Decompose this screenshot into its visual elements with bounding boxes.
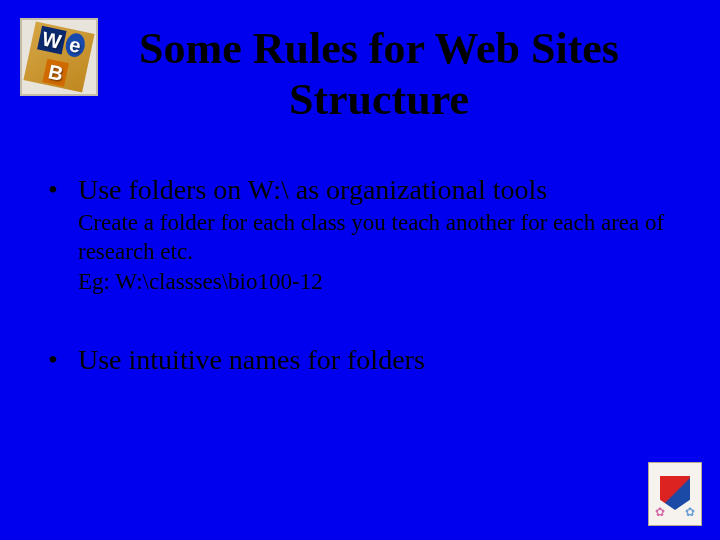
- slide-header: W e B Some Rules for Web Sites Structure: [0, 0, 720, 125]
- bullet-main-text: Use folders on W:\ as organizational too…: [78, 173, 680, 207]
- flower-icon: ✿: [655, 505, 665, 520]
- logo-letter-b: B: [42, 58, 69, 86]
- bullet-main-text: Use intuitive names for folders: [78, 343, 680, 377]
- slide-content: • Use folders on W:\ as organizational t…: [0, 125, 720, 376]
- bullet-item: • Use intuitive names for folders: [48, 343, 680, 377]
- spacer: [48, 305, 680, 343]
- bullet-item: • Use folders on W:\ as organizational t…: [48, 173, 680, 297]
- logo-letter-e: e: [64, 31, 88, 58]
- bullet-marker: •: [48, 173, 78, 297]
- bullet-sub-text: Create a folder for each class you teach…: [78, 207, 680, 267]
- bullet-marker: •: [48, 343, 78, 377]
- web-logo: W e B: [20, 18, 98, 96]
- web-logo-inner: W e B: [23, 21, 94, 92]
- logo-letter-w: W: [37, 25, 66, 54]
- crest-icon: ✿ ✿: [657, 472, 693, 516]
- slide-title: Some Rules for Web Sites Structure: [98, 18, 700, 125]
- bullet-sub-text: Eg: W:\classses\bio100-12: [78, 266, 680, 297]
- bullet-body: Use folders on W:\ as organizational too…: [78, 173, 680, 297]
- bullet-body: Use intuitive names for folders: [78, 343, 680, 377]
- school-crest-logo: ✿ ✿: [648, 462, 702, 526]
- flower-icon: ✿: [685, 505, 695, 520]
